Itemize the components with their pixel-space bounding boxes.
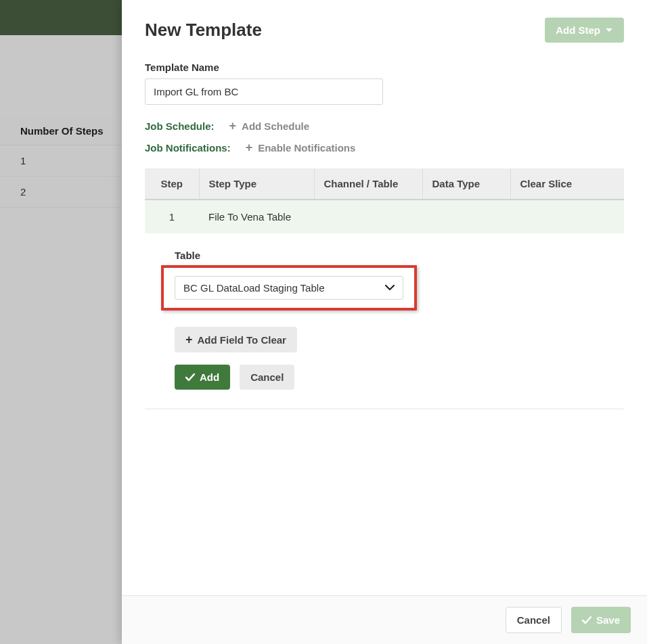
cell-clear-slice bbox=[510, 200, 624, 233]
check-icon bbox=[582, 616, 592, 624]
cell-step: 1 bbox=[145, 200, 199, 233]
footer-cancel-button[interactable]: Cancel bbox=[506, 607, 562, 633]
plus-icon: + bbox=[246, 141, 253, 154]
add-field-label: Add Field To Clear bbox=[198, 334, 286, 346]
page-title: New Template bbox=[145, 20, 262, 41]
add-schedule-label: Add Schedule bbox=[242, 120, 309, 132]
new-template-panel: New Template Add Step Template Name Job … bbox=[122, 0, 647, 644]
add-schedule-button[interactable]: + Add Schedule bbox=[229, 120, 310, 132]
job-schedule-label: Job Schedule: bbox=[145, 120, 215, 132]
template-name-input[interactable] bbox=[145, 78, 383, 105]
add-label: Add bbox=[200, 371, 219, 383]
add-step-label: Add Step bbox=[556, 24, 600, 36]
job-notifications-label: Job Notifications: bbox=[145, 142, 231, 154]
table-select[interactable]: BC GL DataLoad Staging Table bbox=[175, 276, 403, 300]
panel-footer: Cancel Save bbox=[122, 595, 647, 644]
add-button[interactable]: Add bbox=[175, 365, 230, 390]
table-select-label: Table bbox=[175, 250, 624, 261]
footer-save-label: Save bbox=[596, 614, 620, 626]
plus-icon: + bbox=[185, 334, 193, 346]
table-select-value: BC GL DataLoad Staging Table bbox=[183, 282, 324, 294]
panel-body: New Template Add Step Template Name Job … bbox=[122, 0, 647, 595]
highlight-annotation: BC GL DataLoad Staging Table bbox=[161, 265, 417, 310]
col-step: Step bbox=[145, 168, 199, 200]
template-name-label: Template Name bbox=[145, 62, 624, 73]
plus-icon: + bbox=[229, 120, 237, 132]
col-data-type: Data Type bbox=[422, 168, 510, 200]
cancel-inline-label: Cancel bbox=[250, 371, 284, 383]
job-schedule-row: Job Schedule: + Add Schedule bbox=[145, 120, 624, 132]
col-step-type: Step Type bbox=[199, 168, 314, 200]
cell-channel bbox=[314, 200, 422, 233]
check-icon bbox=[185, 373, 195, 382]
footer-cancel-label: Cancel bbox=[517, 614, 550, 626]
enable-notifications-label: Enable Notifications bbox=[258, 142, 355, 154]
cancel-inline-button[interactable]: Cancel bbox=[240, 365, 294, 390]
table-row[interactable]: 1 File To Vena Table bbox=[145, 200, 624, 233]
chevron-down-icon bbox=[385, 285, 395, 291]
cell-type: File To Vena Table bbox=[199, 200, 314, 233]
job-notifications-row: Job Notifications: + Enable Notification… bbox=[145, 141, 624, 154]
steps-table: Step Step Type Channel / Table Data Type… bbox=[145, 168, 624, 233]
enable-notifications-button[interactable]: + Enable Notifications bbox=[246, 141, 356, 154]
cell-data-type bbox=[422, 200, 510, 233]
add-step-button[interactable]: Add Step bbox=[545, 18, 624, 43]
add-field-to-clear-button[interactable]: + Add Field To Clear bbox=[175, 327, 297, 352]
panel-header: New Template Add Step bbox=[145, 18, 624, 43]
caret-down-icon bbox=[605, 28, 613, 33]
col-channel: Channel / Table bbox=[314, 168, 422, 200]
section-divider bbox=[145, 409, 624, 409]
col-clear-slice: Clear Slice bbox=[510, 168, 624, 200]
footer-save-button[interactable]: Save bbox=[571, 607, 631, 633]
